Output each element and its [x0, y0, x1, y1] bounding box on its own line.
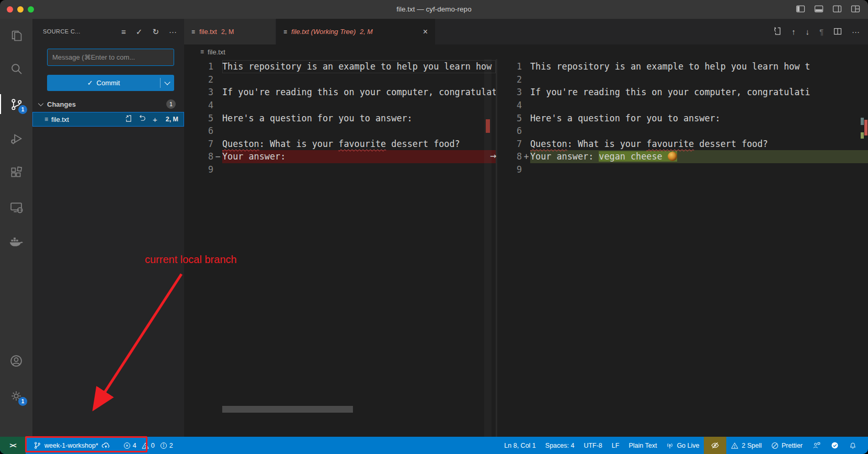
status-ok-item[interactable] — [826, 437, 844, 454]
changes-section-header[interactable]: Changes 1 — [32, 97, 184, 111]
branch-status-item[interactable]: week-1-workshop* — [27, 437, 115, 454]
encoding-item[interactable]: UTF-8 — [579, 437, 607, 454]
cursor-position-item[interactable]: Ln 8, Col 1 — [499, 437, 540, 454]
remote-indicator[interactable]: >< — [0, 437, 26, 454]
docker-icon[interactable] — [0, 229, 32, 254]
indentation-item[interactable]: Spaces: 4 — [541, 437, 579, 454]
refresh-icon[interactable]: ↻ — [152, 28, 159, 36]
problems-status-item[interactable]: 4 0 2 — [119, 437, 181, 454]
more-actions-icon[interactable]: ··· — [169, 28, 177, 36]
info-icon — [160, 442, 167, 449]
diff-editor: 12345678−9 This repository is an example… — [184, 59, 868, 437]
overview-deleted-marker — [486, 119, 490, 133]
code-line[interactable] — [222, 73, 496, 86]
changes-label: Changes — [47, 100, 76, 108]
settings-gear-icon[interactable]: 1 — [0, 383, 32, 408]
overview-marker — [861, 118, 864, 125]
previous-change-icon[interactable]: ↑ — [792, 28, 796, 36]
tab-file-txt-working-tree[interactable]: ≡ file.txt (Working Tree) 2, M × — [276, 19, 435, 44]
run-debug-icon[interactable] — [0, 126, 32, 151]
code-line[interactable]: Your answer: — [222, 150, 496, 163]
feedback-item[interactable] — [807, 437, 826, 454]
code-line[interactable]: Queston: What is your favourite dessert … — [530, 138, 868, 151]
code-line[interactable]: Here's a question for you to answer: — [530, 112, 868, 125]
view-and-sort-icon[interactable]: ≡ — [121, 28, 126, 36]
code-line[interactable] — [530, 99, 868, 112]
warning-count: 0 — [151, 442, 155, 449]
stage-changes-icon[interactable]: + — [153, 115, 157, 124]
line-number: 4 — [184, 99, 222, 112]
discard-changes-icon[interactable] — [139, 115, 146, 124]
source-control-badge: 1 — [18, 105, 27, 114]
line-number: 5 — [184, 112, 222, 125]
editor-group: ≡ file.txt 2, M ≡ file.txt (Working Tree… — [184, 19, 868, 437]
code-line[interactable]: Queston: What is your favourite dessert … — [222, 138, 496, 151]
title-bar: file.txt — cyf-demo-repo — [0, 0, 868, 19]
render-whitespace-icon[interactable]: ¶ — [819, 28, 824, 36]
code-line[interactable] — [222, 124, 496, 138]
commit-action-icon[interactable]: ✓ — [136, 28, 143, 36]
branch-name: week-1-workshop* — [44, 442, 98, 449]
publish-cloud-icon[interactable] — [101, 441, 110, 450]
split-editor-icon[interactable] — [833, 27, 842, 37]
notifications-item[interactable] — [844, 437, 862, 454]
toggle-primary-sidebar-icon[interactable] — [795, 4, 806, 14]
file-icon: ≡ — [44, 116, 48, 123]
open-changes-icon[interactable] — [773, 27, 782, 37]
toggle-secondary-sidebar-icon[interactable] — [832, 4, 842, 14]
prettier-item[interactable]: Prettier — [767, 437, 807, 454]
customize-layout-icon[interactable] — [850, 4, 861, 14]
changed-file-row[interactable]: ≡ file.txt + 2, M — [32, 112, 184, 127]
chevron-down-icon — [38, 101, 43, 106]
commit-dropdown-button[interactable] — [161, 82, 174, 84]
code-line[interactable]: Your answer: vegan cheese — [530, 150, 868, 163]
vscode-window: file.txt — cyf-demo-repo — [0, 0, 868, 454]
commit-button[interactable]: ✓ Commit — [47, 75, 174, 91]
line-number: 1 — [497, 60, 531, 73]
diff-original-pane: 12345678−9 This repository is an example… — [184, 59, 496, 437]
language-mode-item[interactable]: Plain Text — [624, 437, 661, 454]
remote-explorer-icon[interactable] — [0, 195, 32, 220]
accounts-icon[interactable] — [0, 348, 32, 373]
line-number: 9 — [184, 163, 222, 176]
breadcrumb-file: file.txt — [208, 48, 225, 56]
code-line[interactable]: Here's a question for you to answer: — [222, 112, 496, 125]
code-line[interactable] — [222, 99, 496, 112]
code-line[interactable] — [530, 73, 868, 86]
changes-count-badge: 1 — [166, 99, 176, 109]
breadcrumb[interactable]: ≡ file.txt — [184, 44, 868, 59]
next-change-icon[interactable]: ↓ — [805, 28, 809, 36]
line-number: 9 — [497, 163, 531, 176]
extensions-icon[interactable] — [0, 160, 32, 185]
eol-item[interactable]: LF — [607, 437, 624, 454]
status-bar: >< week-1-workshop* 4 0 2 — [0, 437, 868, 454]
circle-slash-icon — [771, 442, 779, 449]
errors-icon — [123, 442, 131, 449]
code-line[interactable] — [530, 124, 868, 138]
vertical-scrollbar[interactable] — [484, 59, 492, 437]
go-live-item[interactable]: Go Live — [661, 437, 704, 454]
code-line[interactable] — [222, 163, 496, 176]
spell-checker-item[interactable]: 2 Spell — [726, 437, 766, 454]
git-branch-icon — [33, 441, 41, 449]
error-lens-toggle[interactable] — [704, 437, 726, 454]
code-line[interactable] — [530, 163, 868, 176]
line-number: 1 — [184, 60, 222, 73]
more-actions-icon[interactable]: ··· — [852, 28, 860, 36]
bell-icon — [849, 441, 857, 450]
close-tab-icon[interactable]: × — [423, 27, 428, 37]
commit-message-input[interactable] — [47, 49, 174, 66]
source-control-icon[interactable]: 1 — [0, 92, 32, 117]
explorer-icon[interactable] — [0, 23, 32, 48]
code-line[interactable]: If you're reading this on your computer,… — [530, 86, 868, 99]
open-file-icon[interactable] — [124, 115, 132, 124]
line-number: 7 — [497, 138, 531, 151]
horizontal-scrollbar[interactable] — [222, 406, 353, 413]
code-line[interactable]: If you're reading this on your computer,… — [222, 86, 496, 99]
toggle-panel-icon[interactable] — [814, 4, 824, 14]
search-icon[interactable] — [0, 56, 32, 81]
code-line[interactable]: This repository is an example to help yo… — [222, 60, 496, 73]
tab-file-txt[interactable]: ≡ file.txt 2, M — [184, 19, 276, 44]
tab-problem-badge: 2, M — [221, 28, 234, 36]
code-line[interactable]: This repository is an example to help yo… — [530, 60, 868, 73]
